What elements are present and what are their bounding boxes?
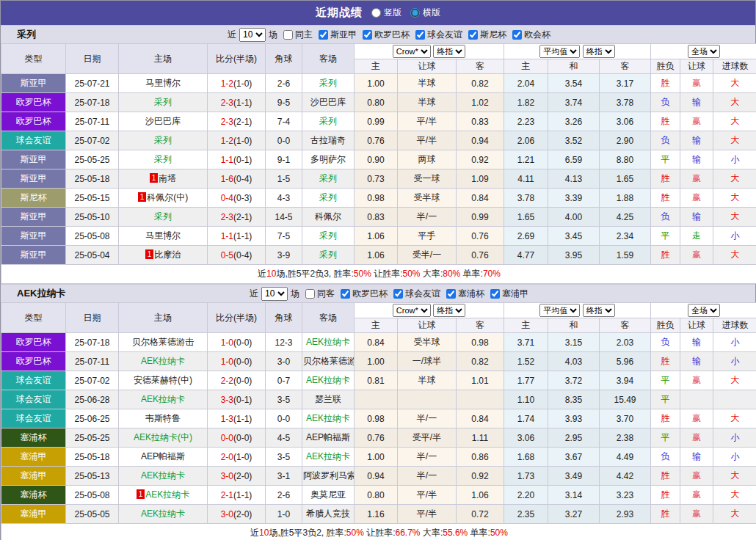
home-team[interactable]: 沙巴巴库 xyxy=(119,112,208,131)
home-team[interactable]: 马里博尔 xyxy=(119,74,208,93)
away-team-name[interactable]: 贝尔格莱德游击 xyxy=(303,356,355,366)
away-team-name[interactable]: 沙巴巴库 xyxy=(310,97,346,107)
score-cell[interactable]: 0-4(0-3) xyxy=(208,189,266,208)
away-team[interactable]: 采列 xyxy=(302,227,355,246)
away-team[interactable]: AEP帕福斯 xyxy=(302,428,355,448)
away-team-name[interactable]: AEK拉纳卡 xyxy=(306,451,350,461)
home-team[interactable]: 韦斯特鲁 xyxy=(119,409,208,428)
away-team-name[interactable]: AEK拉纳卡 xyxy=(306,375,350,385)
score-cell[interactable]: 1-2(1-0) xyxy=(208,74,266,93)
home-team[interactable]: AEK拉纳卡(中) xyxy=(119,428,208,448)
horizontal-layout-radio[interactable] xyxy=(410,8,420,18)
team1-league4-checkbox[interactable] xyxy=(468,30,478,40)
score-cell[interactable]: 2-0(1-0) xyxy=(208,448,266,467)
home-team[interactable]: 1比摩治 xyxy=(119,246,208,265)
away-team[interactable]: 多明萨尔 xyxy=(302,150,355,169)
score-cell[interactable]: 1-2(1-0) xyxy=(208,131,266,150)
home-team-name[interactable]: 韦斯特鲁 xyxy=(145,413,181,423)
vertical-layout-radio[interactable] xyxy=(371,8,381,18)
team1-league1-checkbox[interactable] xyxy=(319,30,328,40)
team2-fulltime-select[interactable]: 全场 xyxy=(688,304,720,317)
score-cell[interactable]: 3-0(2-0) xyxy=(208,505,266,524)
home-team-name[interactable]: 贝尔格莱德游击 xyxy=(132,337,194,347)
away-team[interactable]: AEK拉纳卡 xyxy=(302,333,355,352)
team1-average-time-select[interactable]: 终指 xyxy=(583,45,615,58)
home-team-name[interactable]: AEP帕福斯 xyxy=(141,451,185,461)
away-team-name[interactable]: 采列 xyxy=(319,249,337,260)
away-team[interactable]: 阿波罗利马索尔 xyxy=(302,467,355,486)
team2-company-select[interactable]: Crow* xyxy=(393,304,431,317)
away-team[interactable]: 瑟兰联 xyxy=(302,390,355,409)
away-team[interactable]: 希腊人竞技 xyxy=(302,505,355,524)
team1-fulltime-select[interactable]: 全场 xyxy=(688,45,720,58)
home-team[interactable]: 采列 xyxy=(119,208,208,227)
score-cell[interactable]: 2-3(2-1) xyxy=(208,112,266,131)
away-team-name[interactable]: 奥莫尼亚 xyxy=(310,489,346,500)
team2-league2-checkbox[interactable] xyxy=(393,289,403,299)
home-team-name[interactable]: 马里博尔 xyxy=(145,78,181,88)
away-team-name[interactable]: 古拉瑞奇 xyxy=(310,135,346,145)
home-team-name[interactable]: 采列 xyxy=(154,97,172,107)
team1-league5-checkbox[interactable] xyxy=(512,30,522,40)
team2-average-select[interactable]: 平均值 xyxy=(539,304,580,317)
away-team[interactable]: 贝尔格莱德游击 xyxy=(302,352,355,371)
away-team[interactable]: 采列 xyxy=(302,112,355,131)
away-team[interactable]: 科佩尔 xyxy=(302,208,355,227)
team1-league2-checkbox[interactable] xyxy=(363,30,372,40)
score-cell[interactable]: 1-6(0-4) xyxy=(208,169,266,189)
home-team[interactable]: 1AEK拉纳卡 xyxy=(119,486,208,505)
team1-company-select[interactable]: Crow* xyxy=(393,45,431,58)
away-team[interactable]: 采列 xyxy=(302,169,355,189)
away-team-name[interactable]: AEK拉纳卡 xyxy=(306,337,350,347)
score-cell[interactable]: 1-0(0-0) xyxy=(208,333,266,352)
home-team-name[interactable]: AEK拉纳卡 xyxy=(141,508,185,519)
away-team[interactable]: AEK拉纳卡 xyxy=(302,448,355,467)
away-team-name[interactable]: 采列 xyxy=(319,173,337,183)
away-team-name[interactable]: 采列 xyxy=(319,192,337,202)
home-team-name[interactable]: AEK拉纳卡 xyxy=(145,489,189,500)
home-team-name[interactable]: 科佩尔(中) xyxy=(147,192,188,202)
home-team[interactable]: AEK拉纳卡 xyxy=(119,505,208,524)
away-team-name[interactable]: 多明萨尔 xyxy=(310,154,346,164)
score-cell[interactable]: 1-1(0-1) xyxy=(208,150,266,169)
away-team[interactable]: AEK拉纳卡 xyxy=(302,409,355,428)
team2-league3-checkbox[interactable] xyxy=(446,289,456,299)
home-team-name[interactable]: 采列 xyxy=(154,211,172,222)
away-team[interactable]: 采列 xyxy=(302,74,355,93)
team1-league3-checkbox[interactable] xyxy=(415,30,425,40)
score-cell[interactable]: 0-0(0-0) xyxy=(208,428,266,448)
score-cell[interactable]: 3-0(2-0) xyxy=(208,467,266,486)
home-team-name[interactable]: 采列 xyxy=(154,154,172,164)
away-team-name[interactable]: 采列 xyxy=(319,230,337,241)
home-team-name[interactable]: AEK拉纳卡 xyxy=(141,394,185,404)
home-team-name[interactable]: 采列 xyxy=(154,135,172,145)
home-team[interactable]: 采列 xyxy=(119,150,208,169)
home-team-name[interactable]: AEK拉纳卡(中) xyxy=(134,432,192,442)
home-team[interactable]: 采列 xyxy=(119,131,208,150)
vertical-layout-option[interactable]: 竖版 xyxy=(371,7,401,19)
home-team[interactable]: 1南塔 xyxy=(119,169,208,189)
team2-average-time-select[interactable]: 终指 xyxy=(583,304,615,317)
away-team-name[interactable]: 阿波罗利马索尔 xyxy=(303,470,355,481)
score-cell[interactable]: 1-0(0-0) xyxy=(208,352,266,371)
home-team-name[interactable]: 南塔 xyxy=(159,173,176,183)
away-team[interactable]: 奥莫尼亚 xyxy=(302,486,355,505)
home-team[interactable]: 1科佩尔(中) xyxy=(119,189,208,208)
home-team-name[interactable]: AEK拉纳卡 xyxy=(141,470,185,481)
team2-league4-checkbox[interactable] xyxy=(490,289,500,299)
away-team-name[interactable]: 瑟兰联 xyxy=(315,394,341,404)
away-team-name[interactable]: AEP帕福斯 xyxy=(306,432,350,442)
home-team[interactable]: AEK拉纳卡 xyxy=(119,352,208,371)
team1-odds-time-select[interactable]: 终指 xyxy=(433,45,465,58)
home-team-name[interactable]: AEK拉纳卡 xyxy=(141,356,185,366)
score-cell[interactable]: 2-1(1-1) xyxy=(208,486,266,505)
team1-same-venue-checkbox[interactable] xyxy=(283,30,293,40)
home-team[interactable]: AEK拉纳卡 xyxy=(119,390,208,409)
away-team[interactable]: 沙巴巴库 xyxy=(302,93,355,112)
home-team[interactable]: 采列 xyxy=(119,93,208,112)
team2-same-venue-checkbox[interactable] xyxy=(305,289,315,299)
away-team-name[interactable]: 希腊人竞技 xyxy=(306,508,350,519)
home-team[interactable]: 贝尔格莱德游击 xyxy=(119,333,208,352)
score-cell[interactable]: 1-1(1-1) xyxy=(208,227,266,246)
team1-average-select[interactable]: 平均值 xyxy=(539,45,580,58)
